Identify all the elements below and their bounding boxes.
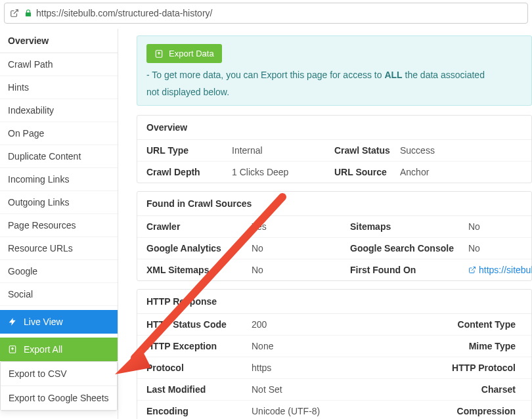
sidebar-item-indexability[interactable]: Indexability	[0, 99, 118, 122]
sidebar-item-incoming-links[interactable]: Incoming Links	[0, 168, 118, 191]
value: Yes	[252, 221, 350, 232]
live-view-label: Live View	[24, 317, 63, 327]
export-icon	[8, 345, 17, 354]
label: Encoding	[146, 406, 252, 416]
sidebar-item-page-resources[interactable]: Page Resources	[0, 214, 118, 237]
label: Sitemaps	[350, 221, 468, 232]
label: URL Type	[146, 145, 232, 156]
live-view-button[interactable]: Live View	[0, 310, 118, 334]
alert-text-bold: ALL	[384, 70, 402, 80]
label: Crawler	[146, 221, 252, 232]
overview-row: URL TypeInternal Crawl StatusSuccess	[137, 140, 531, 162]
value: Internal	[232, 145, 334, 156]
export-menu: Export to CSV Export to Google Sheets	[0, 361, 118, 411]
value: https	[252, 363, 417, 373]
label: Google Search Console	[350, 243, 468, 254]
sidebar-item-social[interactable]: Social	[0, 283, 118, 306]
export-all-label: Export All	[24, 344, 62, 355]
http-response-panel: HTTP Response HTTP Status Code200Content…	[137, 289, 532, 419]
overview-panel: Overview URL TypeInternal Crawl StatusSu…	[137, 115, 532, 183]
http-row: Last ModifiedNot SetCharset	[137, 379, 531, 401]
label: Charset	[417, 384, 522, 395]
value: 200	[252, 319, 417, 330]
export-alert: Export Data - To get more data, you can …	[137, 35, 532, 106]
label: Compression	[417, 406, 522, 416]
label: HTTP Status Code	[146, 319, 252, 330]
sidebar-item-on-page[interactable]: On Page	[0, 122, 118, 145]
sidebar-item-hints[interactable]: Hints	[0, 76, 118, 99]
label: Crawl Status	[334, 145, 400, 156]
overview-title: Overview	[137, 116, 531, 140]
export-to-google-sheets[interactable]: Export to Google Sheets	[1, 386, 117, 410]
first-found-link[interactable]: https://sitebulb.com/	[479, 265, 532, 275]
alert-text-line2: not displayed below.	[146, 87, 522, 97]
http-row: EncodingUnicode (UTF-8)Compression	[137, 401, 531, 419]
sidebar-item-duplicate-content[interactable]: Duplicate Content	[0, 145, 118, 168]
value: None	[252, 341, 417, 351]
export-all-button[interactable]: Export All	[0, 338, 118, 361]
table-row: Crawler Yes Sitemaps No Mul	[137, 216, 531, 238]
value: No	[252, 243, 350, 254]
sidebar-item-outgoing-links[interactable]: Outgoing Links	[0, 191, 118, 214]
value: https://sitebulb.com/	[468, 265, 532, 275]
table-row: Google Analytics No Google Search Consol…	[137, 238, 531, 259]
sidebar-heading: Overview	[0, 29, 118, 53]
value: 1 Clicks Deep	[232, 167, 334, 177]
value: No	[468, 243, 532, 254]
overview-row: Crawl Depth1 Clicks Deep URL SourceAncho…	[137, 162, 531, 183]
main-content: Export Data - To get more data, you can …	[118, 29, 532, 419]
http-row: HTTP ExceptionNoneMime Type	[137, 336, 531, 357]
label: URL Source	[334, 167, 400, 177]
lock-icon	[24, 9, 32, 17]
label: XML Sitemaps	[146, 265, 252, 275]
bolt-icon	[8, 317, 17, 326]
sidebar: Overview Crawl Path Hints Indexability O…	[0, 29, 118, 419]
label: Mime Type	[417, 341, 522, 351]
crawl-sources-title: Found in Crawl Sources	[137, 192, 531, 216]
label: Last Modified	[146, 384, 252, 395]
sidebar-item-resource-urls[interactable]: Resource URLs	[0, 237, 118, 260]
export-data-label: Export Data	[169, 49, 214, 58]
alert-text-pre: - To get more data, you can Export this …	[146, 70, 384, 80]
crawl-sources-panel: Found in Crawl Sources Crawler Yes Sitem…	[137, 191, 532, 281]
export-icon	[154, 49, 164, 58]
http-response-title: HTTP Response	[137, 290, 531, 314]
sidebar-item-crawl-path[interactable]: Crawl Path	[0, 53, 118, 76]
label: Protocol	[146, 363, 252, 373]
external-link-icon	[468, 266, 476, 274]
label: HTTP Exception	[146, 341, 252, 351]
label: First Found On	[350, 265, 468, 275]
alert-text-post: the data associated	[403, 70, 485, 80]
sidebar-item-google[interactable]: Google	[0, 260, 118, 283]
label: Crawl Depth	[146, 167, 232, 177]
alert-text: - To get more data, you can Export this …	[146, 70, 485, 80]
url-bar[interactable]: https://sitebulb.com/structured-data-his…	[4, 3, 528, 24]
value: No	[252, 265, 350, 275]
label: HTTP Protocol	[417, 363, 522, 373]
value: Success	[400, 145, 522, 156]
label: Content Type	[417, 319, 522, 330]
value: Not Set	[252, 384, 417, 395]
export-data-button[interactable]: Export Data	[146, 44, 222, 63]
label: Google Analytics	[146, 243, 252, 254]
export-to-csv[interactable]: Export to CSV	[1, 362, 117, 386]
table-row: XML Sitemaps No First Found On https://s…	[137, 259, 531, 280]
value: Anchor	[400, 167, 522, 177]
http-row: ProtocolhttpsHTTP Protocol	[137, 357, 531, 379]
external-link-icon	[10, 9, 19, 18]
url-text[interactable]: https://sitebulb.com/structured-data-his…	[36, 8, 522, 18]
http-row: HTTP Status Code200Content Type	[137, 314, 531, 336]
svg-line-0	[14, 10, 18, 14]
svg-line-3	[472, 267, 476, 271]
value: No	[468, 221, 532, 232]
value: Unicode (UTF-8)	[252, 406, 417, 416]
